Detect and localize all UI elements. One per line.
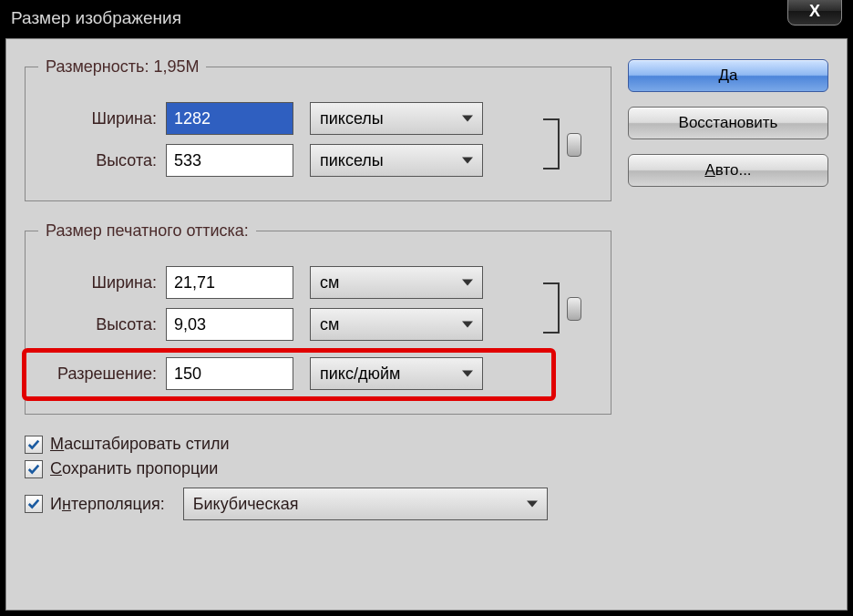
- dialog-buttons: Да Восстановить Авто...: [628, 57, 828, 187]
- resolution-unit-combo[interactable]: пикс/дюйм: [310, 357, 483, 390]
- link-bracket-icon: [543, 282, 560, 334]
- print-height-label: Высота:: [38, 315, 166, 334]
- print-width-label: Ширина:: [38, 273, 166, 293]
- resolution-unit-value: пикс/дюйм: [320, 364, 400, 384]
- reset-button-label: Восстановить: [679, 114, 778, 132]
- chevron-down-icon: [462, 116, 473, 122]
- resample-label: Интерполяция:: [50, 495, 165, 514]
- chevron-down-icon: [462, 322, 473, 328]
- width-label: Ширина:: [38, 109, 166, 128]
- print-width-input[interactable]: [166, 266, 293, 299]
- constrain-proportions-checkbox[interactable]: [25, 460, 43, 478]
- check-icon: [27, 498, 40, 510]
- resolution-input[interactable]: [166, 357, 293, 390]
- pixel-height-unit-value: пикселы: [320, 151, 384, 170]
- print-height-unit-value: см: [320, 315, 339, 334]
- ok-button-label: Да: [719, 67, 738, 85]
- auto-button[interactable]: Авто...: [628, 154, 828, 187]
- pixel-width-unit-value: пикселы: [320, 109, 384, 128]
- pixel-width-input[interactable]: [166, 102, 293, 135]
- resample-checkbox[interactable]: [25, 495, 43, 513]
- print-size-group: Размер печатного оттиска: Ширина: см Выс…: [25, 221, 611, 415]
- close-button[interactable]: X: [787, 0, 842, 26]
- check-icon: [27, 463, 40, 476]
- pixel-height-input[interactable]: [166, 144, 293, 177]
- constrain-proportions-row: Сохранить пропорции: [25, 459, 611, 478]
- constrain-link-icon[interactable]: [567, 133, 581, 157]
- resample-method-value: Бикубическая: [193, 495, 299, 514]
- ok-button[interactable]: Да: [628, 59, 828, 92]
- constrain-proportions-label: Сохранить пропорции: [50, 459, 218, 478]
- window-title: Размер изображения: [11, 8, 181, 28]
- image-size-dialog: Размер изображения X Размерность: 1,95M …: [0, 0, 853, 616]
- chevron-down-icon: [527, 501, 538, 508]
- dialog-body: Размерность: 1,95M Ширина: пикселы Высот…: [5, 38, 848, 611]
- scale-styles-label: Масштабировать стили: [50, 435, 230, 454]
- print-height-unit-combo[interactable]: см: [310, 308, 483, 341]
- close-icon: X: [809, 2, 820, 21]
- pixel-height-unit-combo[interactable]: пикселы: [310, 144, 483, 177]
- print-height-input[interactable]: [166, 308, 293, 341]
- resample-method-combo[interactable]: Бикубическая: [183, 488, 548, 520]
- scale-styles-row: Масштабировать стили: [25, 435, 611, 454]
- chevron-down-icon: [462, 371, 473, 377]
- print-width-unit-combo[interactable]: см: [310, 266, 483, 299]
- scale-styles-checkbox[interactable]: [25, 436, 43, 454]
- print-size-legend: Размер печатного оттиска:: [38, 221, 256, 241]
- pixel-dimensions-group: Размерность: 1,95M Ширина: пикселы Высот…: [25, 57, 611, 201]
- chevron-down-icon: [462, 158, 473, 164]
- resample-row: Интерполяция: Бикубическая: [25, 488, 611, 520]
- titlebar: Размер изображения X: [0, 0, 853, 36]
- check-icon: [27, 438, 40, 451]
- pixel-dimensions-legend: Размерность: 1,95M: [38, 57, 206, 77]
- pixel-width-unit-combo[interactable]: пикселы: [310, 102, 483, 135]
- resolution-label: Разрешение:: [38, 364, 166, 384]
- link-bracket-icon: [543, 118, 560, 169]
- auto-button-label: Авто...: [704, 161, 751, 180]
- height-label: Высота:: [38, 151, 166, 170]
- constrain-link-icon[interactable]: [567, 297, 581, 321]
- chevron-down-icon: [462, 280, 473, 286]
- reset-button[interactable]: Восстановить: [628, 107, 828, 139]
- print-width-unit-value: см: [320, 273, 339, 293]
